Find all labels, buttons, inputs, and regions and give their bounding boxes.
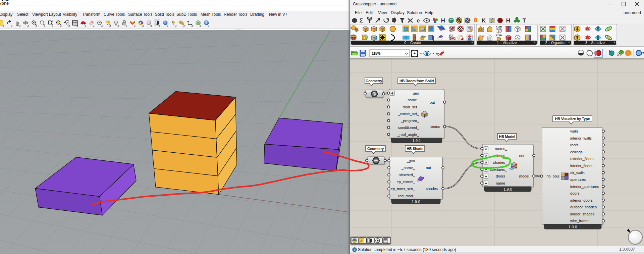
svg-text:exterior_floors: exterior_floors [570, 157, 594, 161]
svg-text:0 :: Create: 0 :: Create [404, 41, 421, 45]
svg-text:model: model [519, 174, 529, 178]
svg-text:_mod_set_: _mod_set_ [400, 105, 419, 109]
svg-text:_geo: _geo [406, 159, 415, 163]
svg-text:_roof_angle_: _roof_angle_ [397, 133, 419, 137]
svg-text:1.9.0: 1.9.0 [569, 225, 577, 229]
svg-text:shades_: shades_ [493, 160, 507, 164]
svg-text:Geometry: Geometry [367, 147, 384, 151]
svg-text:apertures: apertures [570, 177, 586, 182]
svg-text:HB Shade: HB Shade [407, 147, 423, 151]
svg-text:_program_: _program_ [401, 119, 419, 123]
svg-text:indoor_shades: indoor_shades [570, 212, 595, 216]
svg-text:roofs: roofs [570, 143, 579, 147]
svg-text:A: A [517, 36, 519, 40]
svg-text:3 :: Serialize: 3 :: Serialize [585, 41, 605, 45]
svg-text:0: 0 [354, 248, 355, 251]
svg-text:outdoor_shades: outdoor_shades [570, 205, 597, 209]
svg-text:interior_floors: interior_floors [570, 164, 593, 168]
svg-text:ep_constr_: ep_constr_ [397, 180, 415, 184]
svg-text:doors: doors [570, 191, 580, 195]
svg-text:conditioned_: conditioned_ [398, 125, 419, 130]
svg-text:K: K [482, 17, 486, 24]
svg-text:P: P [423, 28, 425, 32]
svg-text:walls: walls [570, 129, 579, 133]
svg-text:out: out [519, 154, 525, 158]
svg-text:118%: 118% [372, 51, 381, 55]
svg-text:faces_: faces_ [496, 154, 507, 158]
svg-text:rooms: rooms [430, 124, 440, 129]
svg-text:ep_trans_sch_: ep_trans_sch_ [391, 187, 415, 191]
svg-text:doors_: doors_ [496, 174, 507, 178]
svg-text:1: 1 [518, 28, 520, 31]
svg-text:Geometry: Geometry [366, 79, 382, 83]
svg-text:interior_apertures: interior_apertures [570, 185, 599, 189]
svg-text:out: out [430, 100, 435, 104]
svg-text:HB Room from Solid: HB Room from Solid [399, 79, 434, 83]
svg-text:_hb_objs: _hb_objs [544, 174, 559, 178]
svg-text:ceilings: ceilings [570, 150, 583, 154]
svg-text:T: T [523, 17, 526, 24]
svg-text:?: ? [205, 21, 208, 25]
svg-text:rooms_: rooms_ [495, 147, 507, 151]
svg-text:%: % [413, 28, 415, 31]
svg-text:interior_walls: interior_walls [570, 136, 592, 140]
svg-text:wire_frame: wire_frame [570, 219, 588, 223]
svg-text:_constr_set_: _constr_set_ [397, 112, 419, 116]
svg-text:out: out [426, 166, 431, 170]
svg-text:apertures_: apertures_ [490, 167, 507, 171]
svg-text:_name_: _name_ [405, 98, 419, 102]
svg-text:e: e [417, 18, 420, 23]
svg-text:1.9.0: 1.9.0 [503, 187, 512, 191]
svg-text:interior_doors: interior_doors [570, 198, 593, 202]
svg-text:_geo: _geo [410, 91, 419, 95]
svg-text:ATTR: ATTR [496, 34, 502, 37]
svg-text:rad_mod_: rad_mod_ [398, 194, 415, 198]
svg-text:H: H [506, 17, 510, 24]
svg-text:1.9.1: 1.9.1 [412, 139, 421, 143]
svg-text:shades: shades [426, 187, 438, 191]
svg-text:_name_: _name_ [401, 166, 415, 170]
svg-text:HB Model: HB Model [499, 135, 515, 139]
svg-text:H: H [441, 17, 445, 24]
svg-text:Σ: Σ [360, 17, 363, 24]
svg-text:_name_: _name_ [493, 181, 507, 185]
svg-text:air_walls: air_walls [570, 171, 585, 175]
svg-text:attached_: attached_ [399, 173, 415, 177]
svg-text:2 :: Organize: 2 :: Organize [545, 41, 565, 45]
svg-text:1.9.0: 1.9.0 [412, 200, 420, 204]
svg-text:1 :: Visualize: 1 :: Visualize [497, 41, 517, 45]
svg-text:HB Visualize by Type: HB Visualize by Type [555, 117, 590, 121]
